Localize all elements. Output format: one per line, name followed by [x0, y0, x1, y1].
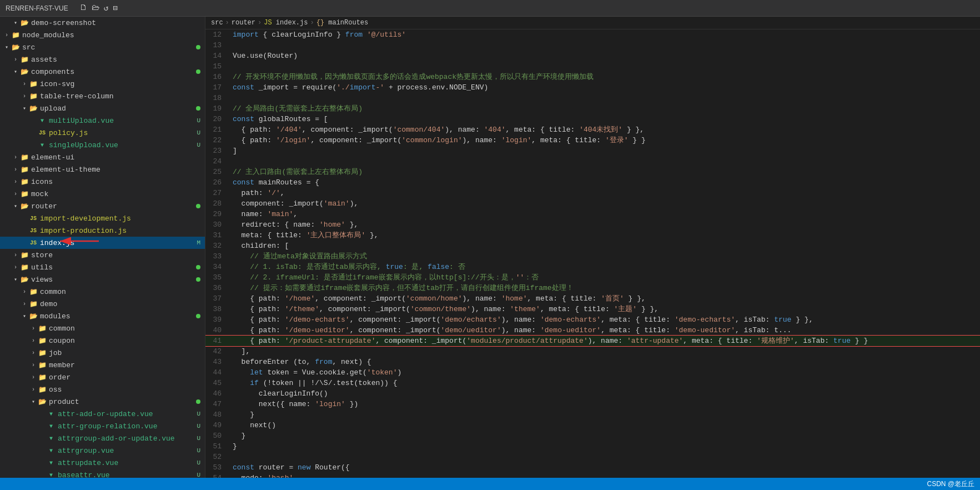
tree-item-node_modules[interactable]: 📁node_modules — [0, 29, 205, 41]
new-file-icon[interactable]: 🗋 — [79, 3, 87, 13]
file-type-icon: JS — [29, 226, 38, 235]
line-code[interactable] — [230, 452, 980, 462]
new-folder-icon[interactable]: 🗁 — [92, 3, 99, 13]
line-code[interactable]: } — [230, 431, 980, 441]
tree-item-singleUpload.vue[interactable]: ▼singleUpload.vueU — [0, 139, 205, 151]
line-code[interactable]: } — [230, 441, 980, 452]
tree-item-policy.js[interactable]: JSpolicy.jsU — [0, 127, 205, 139]
line-code[interactable] — [230, 156, 980, 167]
line-code[interactable]: clearLoginInfo() — [230, 388, 980, 399]
tree-item-assets[interactable]: 📁assets — [0, 53, 205, 66]
line-code[interactable]: import { clearLoginInfo } from '@/utils' — [230, 29, 980, 40]
line-code[interactable]: { path: '/404', component: _import('comm… — [230, 124, 980, 135]
collapse-icon[interactable]: ⊟ — [113, 3, 117, 13]
tree-item-attrgroup.vue[interactable]: ▼attrgroup.vueU — [0, 444, 205, 457]
tree-item-member[interactable]: 📁member — [0, 359, 205, 371]
line-code[interactable]: // 1. isTab: 是否通过tab展示内容, true: 是, false… — [230, 262, 980, 272]
line-code[interactable]: ] — [230, 146, 980, 156]
tree-item-job[interactable]: 📁job — [0, 347, 205, 359]
line-code[interactable]: if (!token || !/\S/.test(token)) { — [230, 378, 980, 388]
tree-item-utils[interactable]: 📁utils — [0, 261, 205, 273]
line-code[interactable] — [230, 93, 980, 103]
tree-item-attrgroup-add-or-update.vue[interactable]: ▼attrgroup-add-or-update.vueU — [0, 432, 205, 444]
tree-item-oss[interactable]: 📁oss — [0, 383, 205, 396]
tree-item-attr-add-or-update.vue[interactable]: ▼attr-add-or-update.vueU — [0, 408, 205, 420]
refresh-icon[interactable]: ↺ — [104, 3, 108, 13]
line-number: 20 — [205, 114, 230, 124]
line-code[interactable]: { path: '/demo-ueditor', component: _imp… — [230, 325, 980, 336]
line-code[interactable] — [230, 40, 980, 51]
line-number: 14 — [205, 51, 230, 61]
line-code[interactable]: children: [ — [230, 241, 980, 251]
line-number: 48 — [205, 409, 230, 420]
line-code[interactable]: beforeEnter (to, from, next) { — [230, 357, 980, 367]
line-code[interactable]: component: _import('main'), — [230, 198, 980, 209]
file-type-icon: 📂 — [20, 202, 29, 211]
line-code[interactable]: const globalRoutes = [ — [230, 114, 980, 124]
line-code[interactable]: let token = Vue.cookie.get('token') — [230, 367, 980, 378]
tree-item-demo-screenshot[interactable]: 📂demo-screenshot — [0, 17, 205, 29]
line-code[interactable]: redirect: { name: 'home' }, — [230, 219, 980, 230]
tree-item-components[interactable]: 📂components — [0, 66, 205, 78]
file-type-icon: JS — [38, 128, 47, 137]
tree-item-store[interactable]: 📁store — [0, 249, 205, 261]
item-label: attr-group-relation.vue — [58, 422, 197, 431]
line-code[interactable]: next({ name: 'login' }) — [230, 399, 980, 409]
line-code[interactable]: Vue.use(Router) — [230, 51, 980, 61]
line-code[interactable]: // 开发环境不使用懒加载，因为懒加载页面太多的话会造成webpack热更新太慢… — [230, 72, 980, 82]
line-code[interactable]: // 2. iframeUrl: 是否通过iframe嵌套展示内容，以http[… — [230, 272, 980, 283]
tree-item-common[interactable]: 📁common — [0, 286, 205, 298]
code-line: 43 beforeEnter (to, from, next) { — [205, 357, 980, 367]
tree-item-product[interactable]: 📂product — [0, 396, 205, 408]
tree-item-router[interactable]: 📂router — [0, 200, 205, 212]
tree-item-table-tree-column[interactable]: 📁table-tree-column — [0, 90, 205, 102]
tree-item-multiUpload.vue[interactable]: ▼multiUpload.vueU — [0, 114, 205, 127]
line-code[interactable]: } — [230, 409, 980, 420]
line-code[interactable]: // 提示：如需要通过iframe嵌套展示内容，但不通过tab打开，请自行创建组… — [230, 283, 980, 293]
tree-item-order[interactable]: 📁order — [0, 371, 205, 383]
code-content[interactable]: 12import { clearLoginInfo } from '@/util… — [205, 29, 980, 478]
line-code[interactable]: { path: '/home', component: _import('com… — [230, 293, 980, 304]
tree-item-import-production.js[interactable]: JSimport-production.js — [0, 224, 205, 237]
tree-item-src[interactable]: 📂src — [0, 41, 205, 53]
line-code[interactable]: // 主入口路由(需嵌套上左右整体布局) — [230, 167, 980, 177]
tree-item-baseattr.vue[interactable]: ▼baseattr.vueU — [0, 469, 205, 478]
tree-item-upload[interactable]: 📂upload — [0, 102, 205, 114]
line-code[interactable]: next() — [230, 420, 980, 431]
line-code[interactable]: path: '/', — [230, 188, 980, 198]
tree-item-views[interactable]: 📂views — [0, 273, 205, 286]
item-label: element-ui — [31, 153, 205, 162]
line-code[interactable]: meta: { title: '主入口整体布局' }, — [230, 230, 980, 241]
code-line: 30 redirect: { name: 'home' }, — [205, 219, 980, 230]
tree-item-common2[interactable]: 📁common — [0, 322, 205, 334]
tree-item-mock[interactable]: 📁mock — [0, 188, 205, 200]
tree-item-element-ui[interactable]: 📁element-ui — [0, 151, 205, 163]
tree-item-demo[interactable]: 📁demo — [0, 298, 205, 310]
tree-item-import-development.js[interactable]: JSimport-development.js — [0, 212, 205, 224]
line-code[interactable]: name: 'main', — [230, 209, 980, 219]
line-code[interactable]: const _import = require('./import-' + pr… — [230, 82, 980, 93]
line-code[interactable]: { path: '/demo-echarts', component: _imp… — [230, 314, 980, 325]
status-bar: CSDN @老丘丘 — [0, 478, 980, 490]
line-code[interactable]: mode: 'hash', — [230, 473, 980, 478]
tree-item-element-ui-theme[interactable]: 📁element-ui-theme — [0, 163, 205, 176]
line-code[interactable]: // 全局路由(无需嵌套上左右整体布局) — [230, 103, 980, 114]
line-code[interactable]: ], — [230, 346, 980, 357]
code-line: 48 } — [205, 409, 980, 420]
line-code[interactable]: const router = new Router({ — [230, 462, 980, 473]
file-type-icon: 📁 — [38, 373, 47, 382]
tree-item-attrupdate.vue[interactable]: ▼attrupdate.vueU — [0, 457, 205, 469]
line-code[interactable] — [230, 61, 980, 72]
tree-item-index.js[interactable]: JSindex.jsM — [0, 237, 205, 249]
tree-item-modules[interactable]: 📂modules — [0, 310, 205, 322]
line-code[interactable]: const mainRoutes = { — [230, 177, 980, 188]
line-code[interactable]: { path: '/product-attrupdate', component… — [230, 336, 980, 346]
line-code[interactable]: { path: '/login', component: _import('co… — [230, 135, 980, 146]
tree-item-attr-group-relation.vue[interactable]: ▼attr-group-relation.vueU — [0, 420, 205, 432]
tree-item-icon-svg[interactable]: 📁icon-svg — [0, 78, 205, 90]
line-code[interactable]: // 通过meta对象设置路由展示方式 — [230, 251, 980, 262]
code-editor: src › router › JS index.js › {} mainRout… — [205, 17, 980, 478]
tree-item-coupon[interactable]: 📁coupon — [0, 334, 205, 347]
line-code[interactable]: { path: '/theme', component: _import('co… — [230, 304, 980, 314]
tree-item-icons[interactable]: 📁icons — [0, 176, 205, 188]
